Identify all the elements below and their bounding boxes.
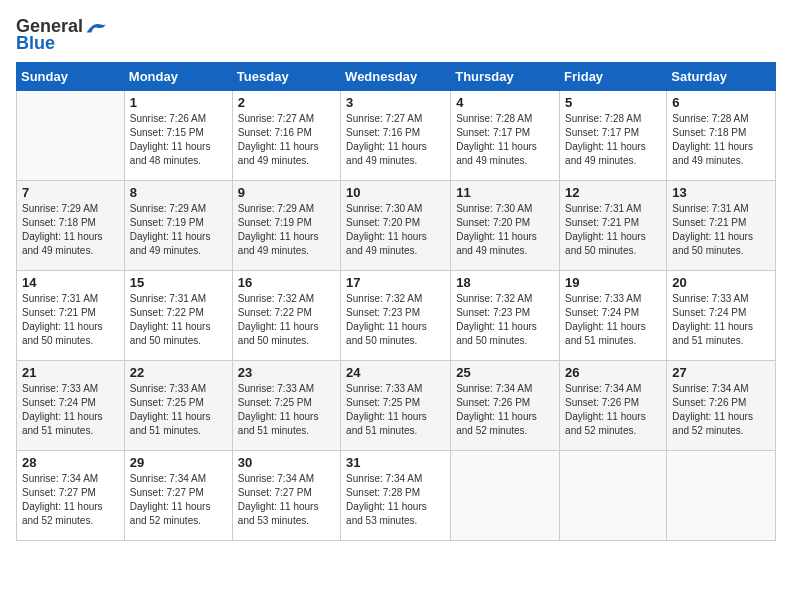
day-number: 6 [672, 95, 770, 110]
day-number: 29 [130, 455, 227, 470]
day-info: Sunrise: 7:31 AMSunset: 7:21 PMDaylight:… [672, 202, 770, 258]
page-header: General Blue [16, 16, 776, 54]
day-number: 19 [565, 275, 661, 290]
day-info: Sunrise: 7:28 AMSunset: 7:18 PMDaylight:… [672, 112, 770, 168]
day-info: Sunrise: 7:34 AMSunset: 7:26 PMDaylight:… [672, 382, 770, 438]
day-number: 2 [238, 95, 335, 110]
day-info: Sunrise: 7:34 AMSunset: 7:26 PMDaylight:… [565, 382, 661, 438]
day-info: Sunrise: 7:31 AMSunset: 7:22 PMDaylight:… [130, 292, 227, 348]
day-info: Sunrise: 7:33 AMSunset: 7:25 PMDaylight:… [130, 382, 227, 438]
calendar-cell [560, 451, 667, 541]
calendar-cell: 27Sunrise: 7:34 AMSunset: 7:26 PMDayligh… [667, 361, 776, 451]
day-number: 30 [238, 455, 335, 470]
week-row-2: 7Sunrise: 7:29 AMSunset: 7:18 PMDaylight… [17, 181, 776, 271]
calendar-cell: 28Sunrise: 7:34 AMSunset: 7:27 PMDayligh… [17, 451, 125, 541]
calendar-cell: 12Sunrise: 7:31 AMSunset: 7:21 PMDayligh… [560, 181, 667, 271]
calendar-cell: 25Sunrise: 7:34 AMSunset: 7:26 PMDayligh… [451, 361, 560, 451]
day-number: 17 [346, 275, 445, 290]
calendar-cell: 26Sunrise: 7:34 AMSunset: 7:26 PMDayligh… [560, 361, 667, 451]
day-number: 21 [22, 365, 119, 380]
week-row-3: 14Sunrise: 7:31 AMSunset: 7:21 PMDayligh… [17, 271, 776, 361]
day-info: Sunrise: 7:33 AMSunset: 7:25 PMDaylight:… [238, 382, 335, 438]
day-number: 12 [565, 185, 661, 200]
day-number: 1 [130, 95, 227, 110]
day-number: 9 [238, 185, 335, 200]
header-wednesday: Wednesday [341, 63, 451, 91]
calendar-cell: 22Sunrise: 7:33 AMSunset: 7:25 PMDayligh… [124, 361, 232, 451]
calendar-cell [451, 451, 560, 541]
day-info: Sunrise: 7:33 AMSunset: 7:24 PMDaylight:… [22, 382, 119, 438]
day-info: Sunrise: 7:33 AMSunset: 7:24 PMDaylight:… [565, 292, 661, 348]
day-number: 13 [672, 185, 770, 200]
day-info: Sunrise: 7:34 AMSunset: 7:27 PMDaylight:… [238, 472, 335, 528]
day-number: 10 [346, 185, 445, 200]
day-info: Sunrise: 7:34 AMSunset: 7:26 PMDaylight:… [456, 382, 554, 438]
day-info: Sunrise: 7:32 AMSunset: 7:22 PMDaylight:… [238, 292, 335, 348]
calendar-cell: 1Sunrise: 7:26 AMSunset: 7:15 PMDaylight… [124, 91, 232, 181]
calendar-cell: 21Sunrise: 7:33 AMSunset: 7:24 PMDayligh… [17, 361, 125, 451]
calendar-cell: 24Sunrise: 7:33 AMSunset: 7:25 PMDayligh… [341, 361, 451, 451]
calendar-cell: 3Sunrise: 7:27 AMSunset: 7:16 PMDaylight… [341, 91, 451, 181]
day-info: Sunrise: 7:28 AMSunset: 7:17 PMDaylight:… [565, 112, 661, 168]
day-info: Sunrise: 7:34 AMSunset: 7:27 PMDaylight:… [130, 472, 227, 528]
week-row-5: 28Sunrise: 7:34 AMSunset: 7:27 PMDayligh… [17, 451, 776, 541]
header-sunday: Sunday [17, 63, 125, 91]
calendar-cell: 10Sunrise: 7:30 AMSunset: 7:20 PMDayligh… [341, 181, 451, 271]
day-number: 7 [22, 185, 119, 200]
day-number: 8 [130, 185, 227, 200]
calendar-cell: 17Sunrise: 7:32 AMSunset: 7:23 PMDayligh… [341, 271, 451, 361]
calendar-cell: 8Sunrise: 7:29 AMSunset: 7:19 PMDaylight… [124, 181, 232, 271]
day-number: 3 [346, 95, 445, 110]
day-info: Sunrise: 7:27 AMSunset: 7:16 PMDaylight:… [238, 112, 335, 168]
day-info: Sunrise: 7:29 AMSunset: 7:19 PMDaylight:… [130, 202, 227, 258]
calendar-cell: 16Sunrise: 7:32 AMSunset: 7:22 PMDayligh… [232, 271, 340, 361]
day-info: Sunrise: 7:26 AMSunset: 7:15 PMDaylight:… [130, 112, 227, 168]
calendar-cell [17, 91, 125, 181]
day-number: 27 [672, 365, 770, 380]
header-monday: Monday [124, 63, 232, 91]
logo: General Blue [16, 16, 109, 54]
day-info: Sunrise: 7:33 AMSunset: 7:25 PMDaylight:… [346, 382, 445, 438]
day-info: Sunrise: 7:33 AMSunset: 7:24 PMDaylight:… [672, 292, 770, 348]
logo-blue-text: Blue [16, 33, 55, 54]
day-number: 31 [346, 455, 445, 470]
day-number: 28 [22, 455, 119, 470]
calendar-cell: 19Sunrise: 7:33 AMSunset: 7:24 PMDayligh… [560, 271, 667, 361]
day-number: 4 [456, 95, 554, 110]
calendar-cell: 13Sunrise: 7:31 AMSunset: 7:21 PMDayligh… [667, 181, 776, 271]
day-info: Sunrise: 7:29 AMSunset: 7:19 PMDaylight:… [238, 202, 335, 258]
day-info: Sunrise: 7:31 AMSunset: 7:21 PMDaylight:… [565, 202, 661, 258]
logo-bird-icon [85, 18, 109, 36]
header-thursday: Thursday [451, 63, 560, 91]
day-info: Sunrise: 7:30 AMSunset: 7:20 PMDaylight:… [456, 202, 554, 258]
day-number: 5 [565, 95, 661, 110]
calendar-cell: 18Sunrise: 7:32 AMSunset: 7:23 PMDayligh… [451, 271, 560, 361]
day-number: 18 [456, 275, 554, 290]
day-info: Sunrise: 7:32 AMSunset: 7:23 PMDaylight:… [346, 292, 445, 348]
day-info: Sunrise: 7:27 AMSunset: 7:16 PMDaylight:… [346, 112, 445, 168]
calendar-cell: 15Sunrise: 7:31 AMSunset: 7:22 PMDayligh… [124, 271, 232, 361]
day-number: 16 [238, 275, 335, 290]
day-number: 26 [565, 365, 661, 380]
day-number: 25 [456, 365, 554, 380]
calendar-header-row: SundayMondayTuesdayWednesdayThursdayFrid… [17, 63, 776, 91]
day-number: 24 [346, 365, 445, 380]
week-row-4: 21Sunrise: 7:33 AMSunset: 7:24 PMDayligh… [17, 361, 776, 451]
week-row-1: 1Sunrise: 7:26 AMSunset: 7:15 PMDaylight… [17, 91, 776, 181]
calendar-cell: 6Sunrise: 7:28 AMSunset: 7:18 PMDaylight… [667, 91, 776, 181]
day-info: Sunrise: 7:28 AMSunset: 7:17 PMDaylight:… [456, 112, 554, 168]
calendar-cell: 30Sunrise: 7:34 AMSunset: 7:27 PMDayligh… [232, 451, 340, 541]
day-info: Sunrise: 7:31 AMSunset: 7:21 PMDaylight:… [22, 292, 119, 348]
day-info: Sunrise: 7:30 AMSunset: 7:20 PMDaylight:… [346, 202, 445, 258]
day-info: Sunrise: 7:32 AMSunset: 7:23 PMDaylight:… [456, 292, 554, 348]
calendar-cell: 4Sunrise: 7:28 AMSunset: 7:17 PMDaylight… [451, 91, 560, 181]
day-info: Sunrise: 7:29 AMSunset: 7:18 PMDaylight:… [22, 202, 119, 258]
calendar-cell: 2Sunrise: 7:27 AMSunset: 7:16 PMDaylight… [232, 91, 340, 181]
calendar-cell: 7Sunrise: 7:29 AMSunset: 7:18 PMDaylight… [17, 181, 125, 271]
calendar-cell: 23Sunrise: 7:33 AMSunset: 7:25 PMDayligh… [232, 361, 340, 451]
day-info: Sunrise: 7:34 AMSunset: 7:28 PMDaylight:… [346, 472, 445, 528]
calendar-cell: 14Sunrise: 7:31 AMSunset: 7:21 PMDayligh… [17, 271, 125, 361]
calendar-cell: 20Sunrise: 7:33 AMSunset: 7:24 PMDayligh… [667, 271, 776, 361]
calendar-cell [667, 451, 776, 541]
day-number: 22 [130, 365, 227, 380]
